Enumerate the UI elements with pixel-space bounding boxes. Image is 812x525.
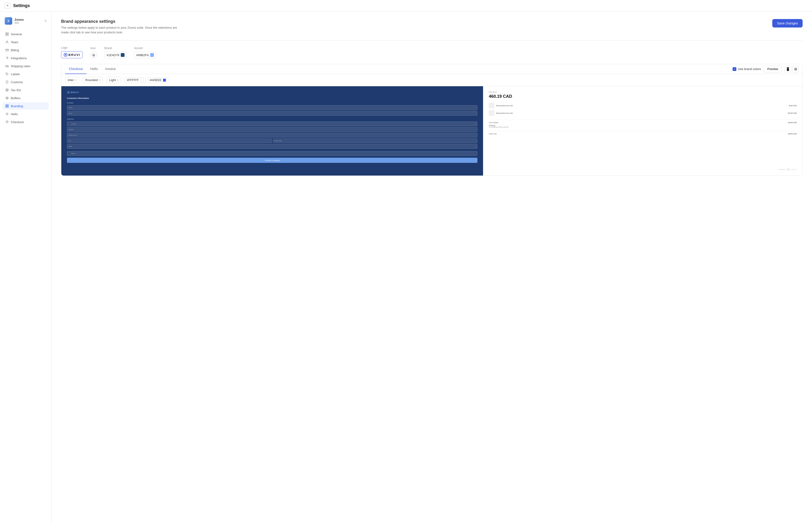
preview-address2-field[interactable]: Address line 2: [67, 133, 477, 137]
order-total-amount: 460.19 CAD: [489, 94, 797, 99]
sidebar-item-checkout[interactable]: Checkout: [3, 118, 49, 126]
tab-hello[interactable]: Hello: [87, 64, 102, 74]
accent-color-field: Accent #89B2FA: [134, 46, 156, 58]
sidebar-item-team[interactable]: Team: [3, 38, 49, 46]
tab-invoice[interactable]: Invoice: [102, 64, 119, 74]
preview-phone-label: Phone: [71, 153, 75, 154]
preview-email-field[interactable]: Email: [67, 111, 477, 116]
hex2-value: #445EEE: [150, 78, 162, 82]
svg-rect-3: [7, 34, 9, 35]
checkout-preview: BRUVI Customer information Contact Name …: [61, 86, 802, 176]
svg-rect-10: [6, 81, 8, 83]
item-price-1: 49.60 CAD: [789, 105, 797, 106]
color-pair: #FFFFFF #445EEE: [125, 77, 168, 83]
credit-card-icon: [5, 48, 9, 52]
cart-subtotal-row: Cart subtotal 249.60 CAD: [489, 122, 797, 123]
order-total-row: Order total 249.60 CAD: [489, 133, 797, 135]
theme-chevron-icon: ▾: [117, 79, 119, 81]
tab-checkout[interactable]: Checkout: [65, 64, 87, 74]
preview-city-postal-row: City Postal code: [67, 138, 477, 144]
sidebar-item-customs[interactable]: Customs: [3, 78, 49, 86]
close-button[interactable]: ✕: [5, 3, 10, 9]
preview-address-field[interactable]: Address: [67, 127, 477, 132]
zonos-text: ZONOS: [791, 169, 797, 170]
hex-color-1[interactable]: #FFFFFF: [125, 77, 146, 83]
hex-color-2[interactable]: #445EEE: [148, 77, 168, 83]
org-selector[interactable]: Z Zonos 909 ⇅: [3, 15, 49, 27]
add-icon-button[interactable]: ⊕: [90, 52, 97, 58]
phone-flag-icon: 🏳: [68, 152, 71, 155]
theme-value: Light: [109, 78, 116, 82]
sidebar-label-checkout: Checkout: [11, 120, 24, 124]
palette-icon: [5, 104, 9, 108]
item-name-1: Best product ever sold: [496, 105, 787, 106]
page-title: Brand appearance settings: [61, 19, 179, 24]
preview-button[interactable]: Preview: [764, 65, 782, 72]
chevron-icon: ⇅: [44, 19, 47, 22]
preview-contact-group: Name Email: [67, 105, 477, 116]
sidebar-item-hello[interactable]: Hello: [3, 110, 49, 118]
theme-select[interactable]: Light ▾: [107, 77, 121, 83]
checkout-form-panel: BRUVI Customer information Contact Name …: [61, 86, 483, 176]
sidebar-item-shipping-rates[interactable]: Shipping rates: [3, 62, 49, 70]
sidebar-item-labels[interactable]: Labels: [3, 70, 49, 78]
preview-address-label: Address: [67, 118, 477, 120]
preview-state-field[interactable]: State ▾: [67, 144, 477, 149]
sidebar-item-integrations[interactable]: Integrations: [3, 54, 49, 62]
brand-color-dot: [121, 53, 124, 57]
sidebar-item-billing[interactable]: Billing: [3, 46, 49, 54]
font-select[interactable]: Inter ▾: [65, 77, 79, 83]
item-thumb-2: [489, 110, 494, 116]
preview-container: Checkout Hello Invoice ✓ Use brand color…: [61, 64, 802, 176]
preview-address-placeholder: Address: [68, 129, 74, 130]
hex2-swatch: [163, 78, 166, 82]
preview-postal-field[interactable]: Postal code: [273, 138, 478, 143]
preview-toolbar: Inter ▾ Rounded ▾ Light ▾ #FFFFFF: [61, 74, 802, 86]
preview-postal-label: Postal code: [274, 140, 282, 141]
order-summary-panel: Pay Bruvi 460.19 CAD Best product ever s…: [483, 86, 802, 176]
accent-color-swatch[interactable]: #89B2FA: [134, 52, 156, 58]
desktop-device-icon[interactable]: 🖥: [792, 66, 799, 72]
preview-name-field[interactable]: Name: [67, 105, 477, 110]
sidebar-label-billing: Billing: [11, 48, 19, 52]
logo-text: BRUVI: [68, 53, 80, 57]
preview-city-field[interactable]: City: [67, 138, 272, 143]
brand-hex-value: #1E4D78: [106, 53, 119, 57]
title-bar: ✕ Settings: [0, 0, 812, 12]
preview-continue-button[interactable]: Continue to shipping: [67, 158, 477, 163]
main-layout: Z Zonos 909 ⇅ General: [0, 12, 812, 524]
brand-colors-checkbox[interactable]: ✓: [733, 67, 736, 71]
preview-country-field[interactable]: 🏳 Country ▾: [67, 121, 477, 126]
brand-color-label: Brand: [104, 46, 126, 50]
cart-subtotal-value: 249.60 CAD: [788, 122, 797, 123]
logo-preview: BRUVI: [61, 51, 83, 58]
sidebar-item-general[interactable]: General: [3, 30, 49, 38]
style-select[interactable]: Rounded ▾: [83, 77, 103, 83]
preview-phone-group: 🏳 Phone: [67, 151, 477, 156]
use-brand-colors-toggle[interactable]: ✓ Use brand colors: [733, 67, 761, 71]
preview-address-group: 🏳 Country ▾ Address Address line 2: [67, 121, 477, 149]
style-value: Rounded: [85, 78, 98, 82]
style-chevron-icon: ▾: [99, 79, 100, 81]
powered-by-text: Powered by: [778, 169, 786, 170]
svg-point-16: [788, 169, 789, 170]
order-item-2: Best product ever sold 200.00 CAD: [489, 110, 797, 116]
truck-icon: [5, 64, 9, 68]
star-icon: [5, 112, 9, 116]
app-window: ✕ Settings Z Zonos 909 ⇅ General: [0, 0, 812, 525]
icon-label: Icon: [90, 46, 97, 50]
sidebar-item-branding[interactable]: Branding: [3, 102, 49, 110]
sidebar-item-buffers[interactable]: Buffers: [3, 94, 49, 102]
sidebar-item-tax-ids[interactable]: Tax IDs: [3, 86, 49, 94]
icon-field: Icon ⊕: [90, 46, 97, 58]
preview-country-label: Country: [71, 123, 76, 124]
preview-phone-field[interactable]: 🏳 Phone: [67, 151, 477, 156]
svg-rect-14: [6, 105, 7, 106]
order-divider-2: [489, 131, 797, 131]
clipboard-icon: [5, 80, 9, 84]
svg-point-15: [787, 168, 790, 170]
mobile-device-icon[interactable]: 📱: [784, 66, 791, 72]
save-changes-button[interactable]: Save changes: [772, 19, 802, 28]
tag-icon: [5, 72, 9, 76]
brand-color-swatch[interactable]: #1E4D78: [104, 52, 126, 58]
